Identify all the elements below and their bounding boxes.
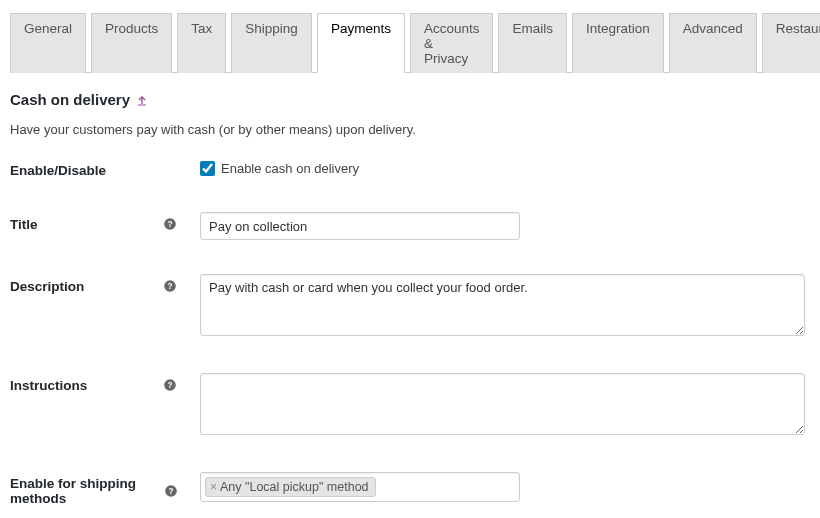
tab-payments[interactable]: Payments <box>317 13 405 73</box>
svg-text:?: ? <box>168 220 173 229</box>
instructions-label: Instructions <box>10 378 87 393</box>
tab-accounts-privacy[interactable]: Accounts & Privacy <box>410 13 494 73</box>
nav-tabs: General Products Tax Shipping Payments A… <box>10 12 810 73</box>
tab-restaurant[interactable]: Restaurant <box>762 13 820 73</box>
tab-emails[interactable]: Emails <box>498 13 567 73</box>
help-icon[interactable]: ? <box>162 377 178 393</box>
tab-integration[interactable]: Integration <box>572 13 664 73</box>
tab-products[interactable]: Products <box>91 13 172 73</box>
remove-tag-icon[interactable]: × <box>210 481 217 493</box>
svg-text:?: ? <box>169 487 174 496</box>
section-description: Have your customers pay with cash (or by… <box>10 122 810 137</box>
tab-tax[interactable]: Tax <box>177 13 226 73</box>
instructions-textarea[interactable] <box>200 373 805 435</box>
svg-text:?: ? <box>168 381 173 390</box>
enable-checkbox-label: Enable cash on delivery <box>221 161 359 176</box>
shipping-method-tag: × Any "Local pickup" method <box>205 477 376 497</box>
shipping-method-tag-label: Any "Local pickup" method <box>220 480 369 494</box>
title-label: Title <box>10 217 38 232</box>
description-textarea[interactable] <box>200 274 805 336</box>
help-icon[interactable]: ? <box>162 216 178 232</box>
help-icon[interactable]: ? <box>164 483 178 499</box>
tab-shipping[interactable]: Shipping <box>231 13 312 73</box>
svg-text:?: ? <box>168 282 173 291</box>
shipping-methods-label: Enable for shipping methods <box>10 476 164 506</box>
section-title: Cash on delivery <box>10 91 810 108</box>
title-input[interactable] <box>200 212 520 240</box>
description-label: Description <box>10 279 84 294</box>
enable-checkbox-row[interactable]: Enable cash on delivery <box>200 161 810 176</box>
section-title-text: Cash on delivery <box>10 91 130 108</box>
enable-label: Enable/Disable <box>10 163 106 178</box>
help-icon[interactable]: ? <box>162 278 178 294</box>
tab-general[interactable]: General <box>10 13 86 73</box>
enable-checkbox[interactable] <box>200 161 215 176</box>
tab-advanced[interactable]: Advanced <box>669 13 757 73</box>
shipping-methods-select[interactable]: × Any "Local pickup" method <box>200 472 520 502</box>
back-arrow-icon[interactable] <box>136 94 148 106</box>
